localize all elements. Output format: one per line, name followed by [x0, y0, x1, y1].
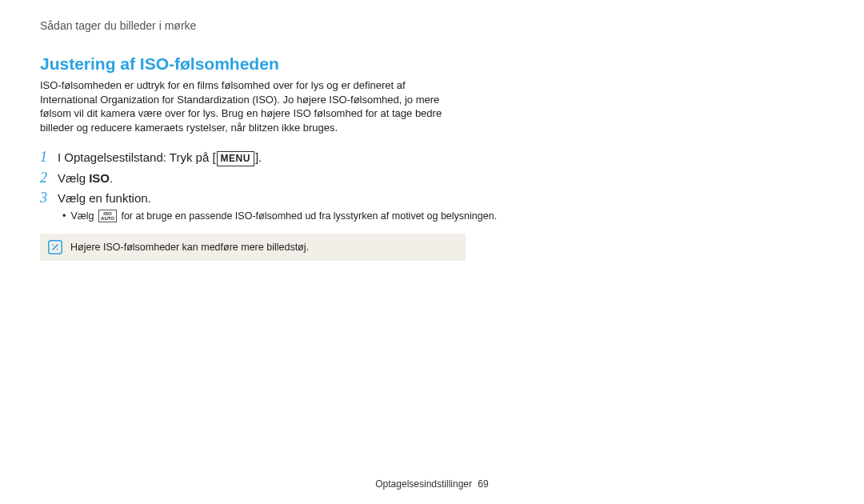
step-number: 2 [40, 170, 58, 186]
bullet-dot: • [62, 210, 66, 223]
intro-paragraph: ISO-følsomheden er udtryk for en films f… [40, 78, 456, 134]
svg-point-2 [57, 249, 58, 250]
info-icon [48, 240, 62, 254]
bullet-suffix: for at bruge en passende ISO-følsomhed u… [118, 210, 497, 222]
step-3: 3 Vælg en funktion. [40, 190, 824, 206]
note-text: Højere ISO-følsomheder kan medføre mere … [70, 242, 309, 253]
page-number: 69 [478, 478, 488, 490]
step-number: 3 [40, 190, 58, 206]
step-1-prefix: I Optagelsestilstand: Tryk på [ [58, 150, 216, 164]
step-2: 2 Vælg ISO. [40, 170, 824, 186]
step-1-suffix: ]. [255, 150, 262, 164]
bullet-text: Vælg ISOAUTO for at bruge en passende IS… [70, 210, 497, 223]
step-text: Vælg ISO. [58, 171, 113, 185]
breadcrumb: Sådan tager du billeder i mørke [40, 19, 824, 32]
step-text: I Optagelsestilstand: Tryk på [MENU]. [58, 150, 262, 166]
menu-button-label: MENU [217, 151, 254, 166]
step-2-suffix: . [110, 171, 113, 185]
sub-bullet: • Vælg ISOAUTO for at bruge en passende … [62, 210, 510, 223]
step-text: Vælg en funktion. [58, 191, 151, 205]
step-number: 1 [40, 149, 58, 166]
steps-list: 1 I Optagelsestilstand: Tryk på [MENU]. … [40, 149, 824, 206]
svg-point-1 [52, 245, 54, 246]
step-2-prefix: Vælg [58, 171, 89, 185]
bullet-prefix: Vælg [70, 210, 97, 222]
note-box: Højere ISO-følsomheder kan medføre mere … [40, 234, 466, 261]
section-title: Justering af ISO-følsomheden [40, 54, 824, 74]
iso-auto-icon: ISOAUTO [98, 210, 117, 222]
footer-label: Optagelsesindstillinger [375, 478, 472, 490]
step-1: 1 I Optagelsestilstand: Tryk på [MENU]. [40, 149, 824, 166]
page-footer: Optagelsesindstillinger 69 [0, 478, 864, 490]
step-2-bold: ISO [89, 171, 110, 185]
